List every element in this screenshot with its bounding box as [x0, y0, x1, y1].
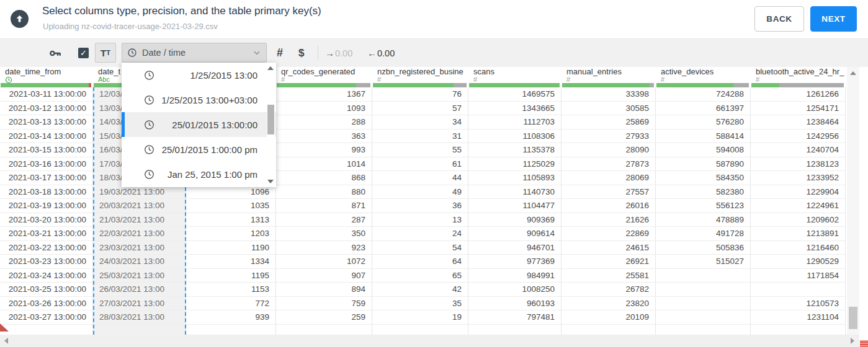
table-cell: 49 — [372, 185, 468, 200]
column-header[interactable]: scans# — [468, 66, 562, 87]
table-cell: 1195 — [186, 269, 276, 283]
table-cell: 907 — [276, 269, 372, 283]
table-cell: 491728 — [656, 227, 751, 241]
table-row: 2021-03-22 13:00:0023/03/2021 13:0011909… — [0, 241, 846, 255]
table-cell — [562, 325, 656, 335]
chevron-down-icon — [253, 48, 261, 57]
vertical-scroll-thumb[interactable] — [849, 307, 857, 329]
column-name: bluetooth_active_24_hr_ — [751, 66, 846, 76]
page-subtitle: Uploading nz-covid-tracer-usage-2021-03-… — [43, 22, 218, 31]
column-header[interactable]: nzbn_registered_busine# — [372, 66, 468, 87]
column-header[interactable]: bluetooth_active_24_hr_# — [751, 66, 846, 87]
quality-bar — [562, 83, 654, 87]
table-cell: 984991 — [468, 269, 562, 283]
table-cell: 2021-03-19 13:00:00 — [0, 199, 93, 213]
format-option-label: 25/01/2015 1:00:00 pm — [154, 144, 257, 155]
table-cell: 1112703 — [468, 115, 562, 130]
back-button[interactable]: BACK — [754, 6, 804, 32]
table-cell: 42 — [372, 283, 468, 297]
format-option[interactable]: 1/25/2015 13:00 — [122, 63, 276, 87]
next-button[interactable]: NEXT — [810, 6, 857, 32]
column-name: qr_codes_generated — [276, 66, 372, 76]
table-cell: 64 — [372, 255, 468, 269]
dropdown-scroll-thumb[interactable] — [267, 105, 274, 134]
table-cell — [276, 325, 372, 335]
table-cell: 22/03/2021 13:00 — [93, 227, 186, 241]
scroll-down-icon[interactable] — [267, 180, 274, 183]
column-header[interactable]: manual_entries# — [562, 66, 656, 87]
column-name: scans — [468, 66, 562, 76]
table-cell: 2021-03-13 13:00:00 — [0, 115, 93, 130]
table-cell: 724288 — [656, 87, 751, 102]
table-cell: 25869 — [562, 115, 656, 130]
table-cell: 1014 — [276, 157, 372, 172]
table-cell: 27873 — [562, 157, 656, 172]
resize-corner-marker — [860, 340, 868, 347]
table-cell: 2021-03-20 13:00:00 — [0, 213, 93, 227]
table-cell: 36 — [372, 199, 468, 213]
number-type-icon[interactable]: # — [277, 39, 283, 67]
table-cell — [372, 325, 468, 335]
table-cell: 515027 — [656, 255, 751, 269]
table-horizontal-scrollbar[interactable] — [0, 335, 859, 347]
table-cell: 993 — [276, 143, 372, 157]
table-cell: 1313 — [186, 213, 276, 227]
table-cell: 505836 — [656, 241, 751, 255]
column-type-select[interactable]: Date / time — [122, 43, 267, 63]
table-cell: 55 — [372, 143, 468, 157]
clock-icon — [144, 144, 154, 155]
table-cell: 1203 — [186, 227, 276, 241]
table-cell — [186, 325, 276, 335]
table-cell: 22869 — [562, 227, 656, 241]
table-cell: 923 — [276, 241, 372, 255]
scroll-up-icon[interactable] — [850, 71, 856, 75]
table-cell: 31 — [372, 130, 468, 144]
table-cell: 1240704 — [751, 143, 846, 157]
table-cell: 1072 — [276, 255, 372, 269]
table-cell: 2021-03-24 13:00:00 — [0, 269, 93, 283]
table-cell: 23/03/2021 13:00 — [93, 241, 186, 255]
clock-icon — [144, 169, 154, 180]
table-cell: 26921 — [562, 255, 656, 269]
scroll-up-icon[interactable] — [267, 66, 274, 70]
scroll-right-icon[interactable] — [851, 338, 854, 344]
table-cell: 34 — [372, 115, 468, 130]
table-cell — [751, 283, 846, 297]
table-cell: 28/03/2021 13:00 — [93, 310, 186, 325]
include-column-checkbox[interactable]: ✓ — [78, 48, 89, 58]
column-header[interactable]: active_devices# — [656, 66, 751, 87]
table-cell — [656, 310, 751, 325]
table-cell: 894 — [276, 283, 372, 297]
table-cell: 76 — [372, 87, 468, 102]
format-option-label: 25/01/2015 13:00:00 — [154, 120, 257, 130]
column-type-value: Date / time — [142, 48, 253, 58]
table-row: 2021-03-20 13:00:0021/03/2021 13:0013132… — [0, 213, 846, 227]
currency-type-icon[interactable]: $ — [298, 39, 304, 67]
table-cell: 20109 — [562, 310, 656, 325]
table-cell: 1209602 — [751, 213, 846, 227]
table-cell: 1171854 — [751, 269, 846, 283]
table-cell: 19 — [372, 310, 468, 325]
text-type-button[interactable]: TT — [95, 43, 116, 63]
table-vertical-scrollbar[interactable] — [847, 66, 859, 335]
table-cell: 2021-03-15 13:00:00 — [0, 143, 93, 157]
clock-icon — [144, 70, 154, 81]
format-option[interactable]: 25/01/2015 13:00:00 — [122, 112, 276, 137]
format-option[interactable]: 25/01/2015 1:00:00 pm — [122, 137, 276, 162]
table-cell: 556123 — [656, 199, 751, 213]
dropdown-scrollbar[interactable] — [267, 64, 275, 186]
table-cell: 1093 — [276, 102, 372, 116]
decimal-decrease-button[interactable]: ←0.00 — [367, 39, 395, 67]
scroll-left-icon[interactable] — [4, 338, 8, 344]
format-option-list: 1/25/2015 13:001/25/2015 13:00+03:0025/0… — [122, 63, 276, 187]
table-cell: 1105893 — [468, 171, 562, 185]
column-header[interactable]: date_time_from — [0, 66, 93, 87]
table-cell: 1238464 — [751, 115, 846, 130]
column-name: nzbn_registered_busine — [372, 66, 468, 76]
table-cell: 2021-03-12 13:00:00 — [0, 102, 93, 116]
decimal-increase-button[interactable]: →0.00 — [325, 39, 352, 67]
primary-key-icon[interactable] — [48, 46, 62, 63]
column-header[interactable]: qr_codes_generated# — [276, 66, 372, 87]
format-option[interactable]: Jan 25, 2015 1:00 pm — [122, 162, 276, 187]
format-option[interactable]: 1/25/2015 13:00+03:00 — [122, 87, 276, 112]
